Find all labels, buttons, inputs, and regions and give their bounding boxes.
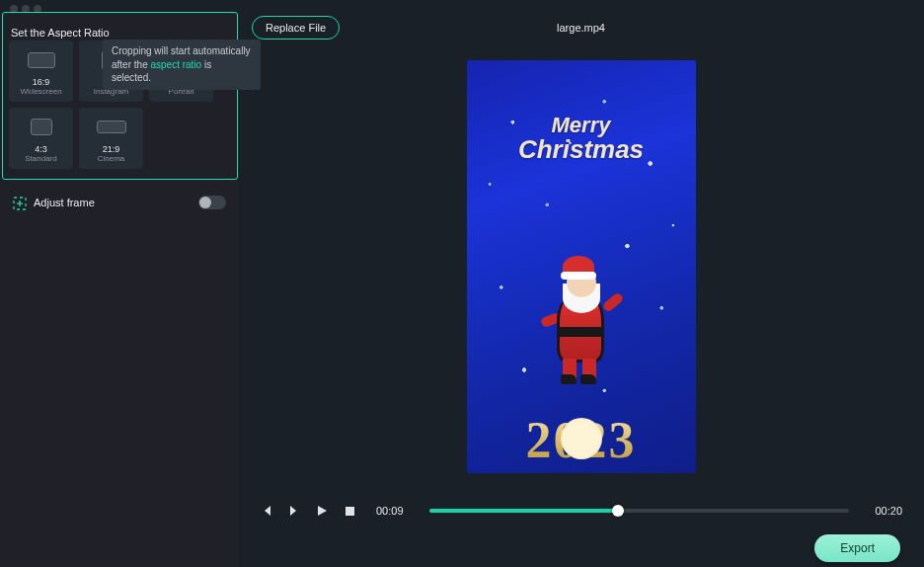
- window-titlebar: [0, 0, 924, 12]
- prev-button[interactable]: [260, 504, 273, 518]
- ratio-sub: Cinema: [98, 154, 125, 163]
- santa-figure: [537, 236, 626, 384]
- preview-area: Merry Christmas 2023: [238, 40, 924, 493]
- adjust-frame-label: Adjust frame: [34, 197, 95, 208]
- adjust-frame-row: Adjust frame: [0, 180, 238, 209]
- ratio-card-4-3[interactable]: 4:3Standard: [9, 108, 73, 169]
- video-preview[interactable]: Merry Christmas 2023: [467, 60, 696, 473]
- ratio-shape-icon: [97, 115, 126, 140]
- footer: Export: [238, 529, 924, 567]
- svg-rect-3: [346, 507, 354, 516]
- seek-track[interactable]: [429, 509, 850, 513]
- ratio-sub: Standard: [25, 154, 56, 163]
- aspect-ratio-panel: Set the Aspect Ratio 16:9Widescreen1:1In…: [2, 12, 238, 180]
- aspect-tooltip: Cropping will start automatically after …: [103, 40, 261, 90]
- ratio-sub: Widescreen: [20, 87, 61, 96]
- sidebar: Set the Aspect Ratio 16:9Widescreen1:1In…: [0, 12, 238, 567]
- ratio-name: 4:3: [35, 144, 47, 154]
- ratio-card-16-9[interactable]: 16:9Widescreen: [9, 40, 73, 102]
- file-title: large.mp4: [557, 22, 605, 34]
- adjust-frame-toggle[interactable]: [198, 196, 226, 209]
- stop-button[interactable]: [343, 504, 356, 518]
- current-time: 00:09: [376, 505, 404, 517]
- video-text: Merry Christmas: [467, 115, 696, 162]
- aspect-heading: Set the Aspect Ratio: [3, 13, 110, 39]
- ratio-shape-icon: [28, 47, 55, 73]
- ratio-name: 21:9: [103, 144, 120, 154]
- seek-thumb[interactable]: [612, 505, 624, 517]
- duration: 00:20: [875, 505, 902, 517]
- replace-file-button[interactable]: Replace File: [252, 16, 340, 40]
- ratio-card-21-9[interactable]: 21:9Cinema: [79, 108, 143, 169]
- adjust-frame-icon: [12, 196, 26, 209]
- play-button[interactable]: [315, 504, 329, 518]
- next-button[interactable]: [287, 504, 301, 518]
- export-button[interactable]: Export: [814, 534, 900, 562]
- topbar: Replace File large.mp4: [238, 12, 924, 40]
- player-controls: 00:09 00:20: [238, 493, 924, 530]
- ratio-name: 16:9: [33, 77, 50, 87]
- ratio-shape-icon: [31, 115, 52, 140]
- content-area: Replace File large.mp4 Merry Christmas: [238, 12, 924, 567]
